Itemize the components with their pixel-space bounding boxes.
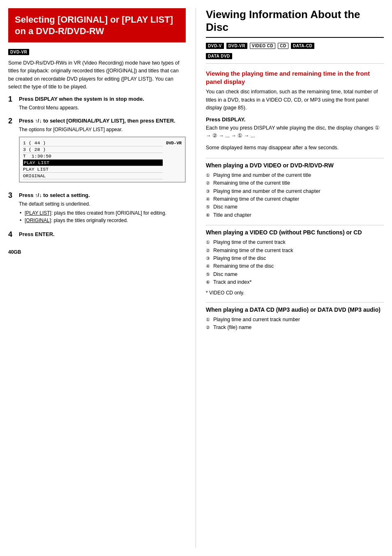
badge-video-cd: VIDEO CD bbox=[250, 43, 275, 49]
screen-line-3: T 1:30:50 bbox=[23, 153, 163, 160]
data-section-list: ①Playing time and current track number ②… bbox=[206, 316, 384, 332]
screen-line-4: PLAY LIST bbox=[23, 160, 163, 166]
left-intro: Some DVD-Rs/DVD-RWs in VR (Video Recordi… bbox=[8, 59, 186, 91]
right-column: Viewing Information About the Disc DVD-V… bbox=[196, 8, 384, 548]
step-2-title: Press ↑/↓ to select [ORIGINAL/PLAY LIST]… bbox=[19, 117, 186, 125]
badge-data-cd: DATA-CD bbox=[291, 43, 315, 49]
data-item-1: ①Playing time and current track number bbox=[206, 316, 384, 324]
dvd-section-heading: When playing a DVD VIDEO or DVD-R/DVD-RW bbox=[206, 158, 384, 169]
data-item-2: ②Track (file) name bbox=[206, 324, 384, 331]
badge-cd: CD bbox=[278, 43, 288, 49]
data-section-heading: When playing a DATA CD (MP3 audio) or DA… bbox=[206, 302, 384, 313]
left-badges: DVD-VR bbox=[8, 49, 186, 55]
step-3-body: The default setting is underlined. bbox=[19, 200, 186, 208]
vcd-item-3: ③Playing time of the disc bbox=[206, 255, 384, 262]
badge-dvd-v: DVD-V bbox=[206, 43, 224, 49]
screen-content: 1 ( 44 ) 3 ( 28 ) T 1:30:50 PLAY LIST PL… bbox=[23, 140, 163, 179]
badge-dvd-vr: DVD-VR bbox=[226, 43, 247, 49]
step-4-title: Press ENTER. bbox=[19, 231, 186, 238]
dvd-section-list: ①Playing time and number of the current … bbox=[206, 171, 384, 219]
section-body: You can check disc information, such as … bbox=[206, 88, 384, 112]
vcd-section-list: ①Playing time of the current track ②Rema… bbox=[206, 239, 384, 286]
step-2-number: 2 bbox=[8, 117, 16, 125]
dvd-item-6: ⑥Title and chapter bbox=[206, 211, 384, 219]
dvd-item-4: ④Remaining time of the current chapter bbox=[206, 195, 384, 203]
dvd-item-5: ⑤Disc name bbox=[206, 203, 384, 211]
right-badges: DVD-V DVD-VR VIDEO CD CD DATA-CD bbox=[206, 43, 384, 49]
badge-data-dvd: DATA DVD bbox=[206, 53, 232, 59]
step-2-content: Press ↑/↓ to select [ORIGINAL/PLAY LIST]… bbox=[19, 117, 186, 188]
dvd-vr-badge: DVD-VR bbox=[8, 49, 29, 55]
press-display-body: Each time you press DISPLAY while playin… bbox=[206, 124, 384, 140]
vcd-item-2: ②Remaining time of the current track bbox=[206, 247, 384, 255]
vcd-section-heading: When playing a VIDEO CD (without PBC fun… bbox=[206, 225, 384, 236]
page-number: 40GB bbox=[8, 249, 186, 255]
dvd-item-2: ②Remaining time of the current title bbox=[206, 179, 384, 187]
press-display-label: Press DISPLAY. bbox=[206, 116, 384, 123]
step-1-title: Press DISPLAY when the system is in stop… bbox=[19, 95, 186, 103]
screen-line-2: 3 ( 28 ) bbox=[23, 146, 163, 153]
vcd-item-4: ④Remaining time of the disc bbox=[206, 262, 384, 270]
step-3-bullet-2: [ORIGINAL]: plays the titles originally … bbox=[19, 217, 186, 224]
dvd-item-3: ③Playing time and number of the current … bbox=[206, 188, 384, 195]
step-1: 1 Press DISPLAY when the system is in st… bbox=[8, 95, 186, 113]
left-title: Selecting [ORIGINAL] or [PLAY LIST] on a… bbox=[8, 8, 186, 42]
screen-line-5: PLAY LIST bbox=[23, 166, 163, 173]
screen-display: 1 ( 44 ) 3 ( 28 ) T 1:30:50 PLAY LIST PL… bbox=[19, 137, 186, 183]
section-heading: Viewing the playing time and remaining t… bbox=[206, 70, 384, 86]
vcd-item-1: ①Playing time of the current track bbox=[206, 239, 384, 246]
screen-line-1: 1 ( 44 ) bbox=[23, 140, 163, 146]
vcd-item-6: ⑥Track and index* bbox=[206, 278, 384, 286]
step-1-content: Press DISPLAY when the system is in stop… bbox=[19, 95, 186, 113]
step-4-content: Press ENTER. bbox=[19, 231, 186, 239]
left-column: Selecting [ORIGINAL] or [PLAY LIST] on a… bbox=[8, 8, 196, 548]
step-3-number: 3 bbox=[8, 192, 16, 200]
dvd-item-1: ①Playing time and number of the current … bbox=[206, 171, 384, 179]
page: Selecting [ORIGINAL] or [PLAY LIST] on a… bbox=[0, 0, 392, 556]
step-3: 3 Press ↑/↓ to select a setting. The def… bbox=[8, 192, 186, 227]
vcd-note: * VIDEO CD only. bbox=[206, 289, 384, 297]
step-1-number: 1 bbox=[8, 95, 16, 104]
divider-top bbox=[206, 63, 384, 64]
step-1-body: The Control Menu appears. bbox=[19, 104, 186, 111]
step-3-bullets: [PLAY LIST]: plays the titles created fr… bbox=[19, 209, 186, 224]
right-title: Viewing Information About the Disc bbox=[206, 8, 384, 38]
step-2-body: The options for [ORIGINAL/PLAY LIST] app… bbox=[19, 126, 186, 133]
screen-label: DVD-VR bbox=[163, 140, 182, 146]
vcd-item-5: ⑤Disc name bbox=[206, 271, 384, 278]
step-4: 4 Press ENTER. bbox=[8, 231, 186, 239]
right-badges-row2: DATA DVD bbox=[206, 53, 384, 59]
step-3-content: Press ↑/↓ to select a setting. The defau… bbox=[19, 192, 186, 227]
screen-line-6: ORIGINAL bbox=[23, 173, 163, 179]
step-4-number: 4 bbox=[8, 231, 16, 239]
press-display-note: Some displayed items may disappear after… bbox=[206, 144, 384, 152]
step-3-bullet-1: [PLAY LIST]: plays the titles created fr… bbox=[19, 209, 186, 217]
step-3-title: Press ↑/↓ to select a setting. bbox=[19, 192, 186, 199]
step-2: 2 Press ↑/↓ to select [ORIGINAL/PLAY LIS… bbox=[8, 117, 186, 188]
